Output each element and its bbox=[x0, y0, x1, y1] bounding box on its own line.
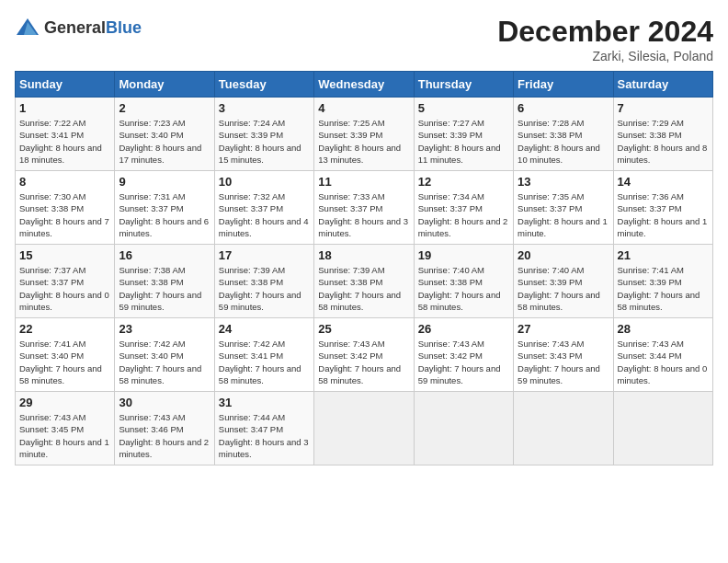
day-info: Sunrise: 7:39 AM Sunset: 3:38 PM Dayligh… bbox=[219, 264, 310, 313]
week-row-1: 1Sunrise: 7:22 AM Sunset: 3:41 PM Daylig… bbox=[16, 98, 713, 171]
day-number: 3 bbox=[219, 101, 310, 115]
cell-w2-d1: 9Sunrise: 7:31 AM Sunset: 3:37 PM Daylig… bbox=[115, 171, 214, 245]
cell-w5-d5 bbox=[514, 392, 613, 465]
cell-w4-d5: 27Sunrise: 7:43 AM Sunset: 3:43 PM Dayli… bbox=[514, 318, 613, 392]
cell-w5-d6 bbox=[613, 392, 712, 465]
cell-w3-d6: 21Sunrise: 7:41 AM Sunset: 3:39 PM Dayli… bbox=[613, 245, 712, 318]
cell-w2-d0: 8Sunrise: 7:30 AM Sunset: 3:38 PM Daylig… bbox=[16, 171, 115, 245]
day-info: Sunrise: 7:43 AM Sunset: 3:43 PM Dayligh… bbox=[518, 338, 609, 386]
day-number: 8 bbox=[19, 175, 110, 189]
cell-w2-d2: 10Sunrise: 7:32 AM Sunset: 3:37 PM Dayli… bbox=[214, 171, 313, 245]
month-title: December 2024 bbox=[497, 15, 713, 49]
cell-w4-d3: 25Sunrise: 7:43 AM Sunset: 3:42 PM Dayli… bbox=[314, 318, 414, 392]
day-number: 28 bbox=[618, 322, 709, 336]
day-number: 13 bbox=[518, 175, 609, 189]
day-number: 26 bbox=[418, 322, 509, 336]
cell-w1-d6: 7Sunrise: 7:29 AM Sunset: 3:38 PM Daylig… bbox=[613, 98, 712, 171]
logo: GeneralBlue bbox=[15, 15, 142, 40]
day-number: 11 bbox=[318, 175, 409, 189]
day-info: Sunrise: 7:22 AM Sunset: 3:41 PM Dayligh… bbox=[19, 117, 110, 166]
day-number: 30 bbox=[119, 396, 210, 409]
cell-w1-d4: 5Sunrise: 7:27 AM Sunset: 3:39 PM Daylig… bbox=[414, 98, 513, 171]
calendar-table: Sunday Monday Tuesday Wednesday Thursday… bbox=[15, 71, 713, 465]
day-number: 29 bbox=[19, 396, 110, 409]
day-number: 6 bbox=[518, 101, 609, 115]
day-number: 19 bbox=[418, 248, 509, 262]
week-row-3: 15Sunrise: 7:37 AM Sunset: 3:37 PM Dayli… bbox=[16, 245, 713, 318]
day-number: 27 bbox=[518, 322, 609, 336]
logo-blue: Blue bbox=[106, 18, 142, 37]
cell-w3-d3: 18Sunrise: 7:39 AM Sunset: 3:38 PM Dayli… bbox=[314, 245, 414, 318]
cell-w5-d1: 30Sunrise: 7:43 AM Sunset: 3:46 PM Dayli… bbox=[115, 392, 214, 465]
col-monday: Monday bbox=[115, 72, 214, 98]
col-friday: Friday bbox=[514, 72, 613, 98]
cell-w3-d5: 20Sunrise: 7:40 AM Sunset: 3:39 PM Dayli… bbox=[514, 245, 613, 318]
cell-w1-d5: 6Sunrise: 7:28 AM Sunset: 3:38 PM Daylig… bbox=[514, 98, 613, 171]
day-number: 24 bbox=[219, 322, 310, 336]
col-sunday: Sunday bbox=[16, 72, 115, 98]
cell-w1-d0: 1Sunrise: 7:22 AM Sunset: 3:41 PM Daylig… bbox=[16, 98, 115, 171]
cell-w1-d1: 2Sunrise: 7:23 AM Sunset: 3:40 PM Daylig… bbox=[115, 98, 214, 171]
cell-w5-d4 bbox=[414, 392, 513, 465]
day-info: Sunrise: 7:27 AM Sunset: 3:39 PM Dayligh… bbox=[418, 117, 509, 166]
calendar-header-row: Sunday Monday Tuesday Wednesday Thursday… bbox=[16, 72, 713, 98]
cell-w4-d6: 28Sunrise: 7:43 AM Sunset: 3:44 PM Dayli… bbox=[613, 318, 712, 392]
day-info: Sunrise: 7:35 AM Sunset: 3:37 PM Dayligh… bbox=[518, 190, 609, 239]
day-info: Sunrise: 7:43 AM Sunset: 3:46 PM Dayligh… bbox=[119, 411, 210, 460]
day-number: 10 bbox=[219, 175, 310, 189]
col-thursday: Thursday bbox=[414, 72, 513, 98]
cell-w4-d1: 23Sunrise: 7:42 AM Sunset: 3:40 PM Dayli… bbox=[115, 318, 214, 392]
day-number: 23 bbox=[119, 322, 210, 336]
col-saturday: Saturday bbox=[613, 72, 712, 98]
day-info: Sunrise: 7:43 AM Sunset: 3:42 PM Dayligh… bbox=[418, 338, 509, 386]
cell-w1-d3: 4Sunrise: 7:25 AM Sunset: 3:39 PM Daylig… bbox=[314, 98, 414, 171]
day-number: 5 bbox=[418, 101, 509, 115]
cell-w5-d2: 31Sunrise: 7:44 AM Sunset: 3:47 PM Dayli… bbox=[214, 392, 313, 465]
day-number: 9 bbox=[119, 175, 210, 189]
day-info: Sunrise: 7:42 AM Sunset: 3:41 PM Dayligh… bbox=[219, 338, 310, 386]
cell-w5-d0: 29Sunrise: 7:43 AM Sunset: 3:45 PM Dayli… bbox=[16, 392, 115, 465]
day-number: 22 bbox=[19, 322, 110, 336]
day-info: Sunrise: 7:36 AM Sunset: 3:37 PM Dayligh… bbox=[618, 190, 709, 239]
cell-w4-d0: 22Sunrise: 7:41 AM Sunset: 3:40 PM Dayli… bbox=[16, 318, 115, 392]
cell-w2-d6: 14Sunrise: 7:36 AM Sunset: 3:37 PM Dayli… bbox=[613, 171, 712, 245]
location: Zarki, Silesia, Poland bbox=[497, 49, 713, 63]
day-info: Sunrise: 7:31 AM Sunset: 3:37 PM Dayligh… bbox=[119, 190, 210, 239]
day-info: Sunrise: 7:34 AM Sunset: 3:37 PM Dayligh… bbox=[418, 190, 509, 239]
logo-icon bbox=[15, 15, 40, 40]
col-tuesday: Tuesday bbox=[214, 72, 313, 98]
day-info: Sunrise: 7:43 AM Sunset: 3:45 PM Dayligh… bbox=[19, 411, 110, 460]
day-number: 2 bbox=[119, 101, 210, 115]
day-info: Sunrise: 7:38 AM Sunset: 3:38 PM Dayligh… bbox=[119, 264, 210, 313]
day-info: Sunrise: 7:23 AM Sunset: 3:40 PM Dayligh… bbox=[119, 117, 210, 166]
day-info: Sunrise: 7:39 AM Sunset: 3:38 PM Dayligh… bbox=[318, 264, 409, 313]
day-number: 12 bbox=[418, 175, 509, 189]
day-number: 7 bbox=[618, 101, 709, 115]
col-wednesday: Wednesday bbox=[314, 72, 414, 98]
week-row-4: 22Sunrise: 7:41 AM Sunset: 3:40 PM Dayli… bbox=[16, 318, 713, 392]
day-info: Sunrise: 7:33 AM Sunset: 3:37 PM Dayligh… bbox=[318, 190, 409, 239]
day-number: 16 bbox=[119, 248, 210, 262]
day-info: Sunrise: 7:41 AM Sunset: 3:40 PM Dayligh… bbox=[19, 338, 110, 386]
day-info: Sunrise: 7:42 AM Sunset: 3:40 PM Dayligh… bbox=[119, 338, 210, 386]
day-number: 31 bbox=[219, 396, 310, 409]
cell-w2-d4: 12Sunrise: 7:34 AM Sunset: 3:37 PM Dayli… bbox=[414, 171, 513, 245]
day-number: 1 bbox=[19, 101, 110, 115]
cell-w1-d2: 3Sunrise: 7:24 AM Sunset: 3:39 PM Daylig… bbox=[214, 98, 313, 171]
day-info: Sunrise: 7:40 AM Sunset: 3:38 PM Dayligh… bbox=[418, 264, 509, 313]
cell-w3-d1: 16Sunrise: 7:38 AM Sunset: 3:38 PM Dayli… bbox=[115, 245, 214, 318]
cell-w3-d4: 19Sunrise: 7:40 AM Sunset: 3:38 PM Dayli… bbox=[414, 245, 513, 318]
cell-w2-d5: 13Sunrise: 7:35 AM Sunset: 3:37 PM Dayli… bbox=[514, 171, 613, 245]
day-number: 4 bbox=[318, 101, 409, 115]
day-info: Sunrise: 7:41 AM Sunset: 3:39 PM Dayligh… bbox=[618, 264, 709, 313]
day-info: Sunrise: 7:28 AM Sunset: 3:38 PM Dayligh… bbox=[518, 117, 609, 166]
day-info: Sunrise: 7:29 AM Sunset: 3:38 PM Dayligh… bbox=[618, 117, 709, 166]
logo-text: GeneralBlue bbox=[44, 18, 142, 38]
logo-general: General bbox=[44, 18, 106, 37]
day-number: 17 bbox=[219, 248, 310, 262]
day-number: 18 bbox=[318, 248, 409, 262]
day-info: Sunrise: 7:43 AM Sunset: 3:42 PM Dayligh… bbox=[318, 338, 409, 386]
day-info: Sunrise: 7:30 AM Sunset: 3:38 PM Dayligh… bbox=[19, 190, 110, 239]
day-info: Sunrise: 7:24 AM Sunset: 3:39 PM Dayligh… bbox=[219, 117, 310, 166]
cell-w3-d2: 17Sunrise: 7:39 AM Sunset: 3:38 PM Dayli… bbox=[214, 245, 313, 318]
